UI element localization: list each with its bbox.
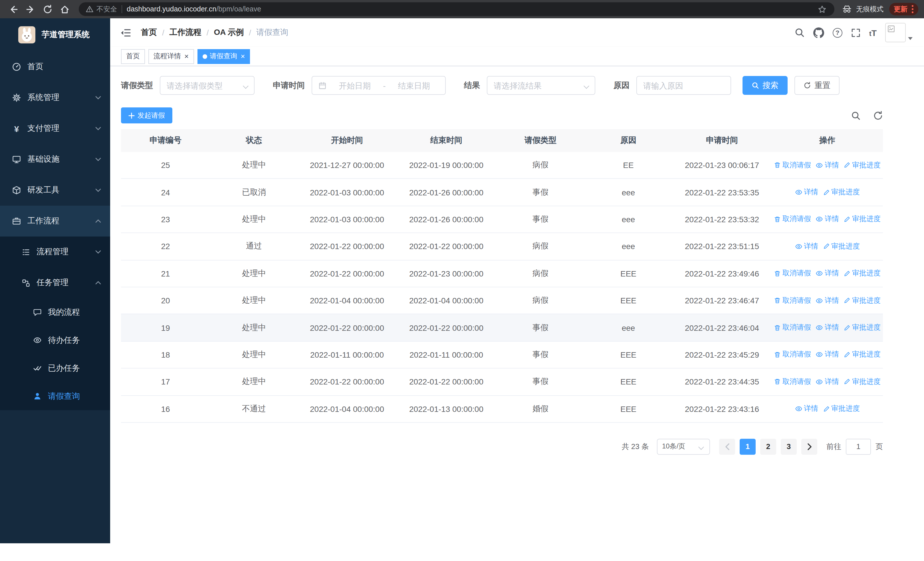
col-apply-id: 申请编号 [121,135,210,146]
cancel-leave-link[interactable]: 取消请假 [774,269,811,278]
back-button[interactable] [6,2,21,17]
refresh-table-button[interactable] [873,111,883,120]
page-button-3[interactable]: 3 [781,439,797,455]
home-button[interactable] [57,2,72,17]
approval-progress-link[interactable]: 审批进度 [843,323,880,332]
breadcrumb-workflow[interactable]: 工作流程 [170,27,201,38]
tab-home[interactable]: 首页 [121,49,145,64]
sidebar-item-leave-query[interactable]: 请假查询 [0,382,110,410]
tab-process-detail[interactable]: 流程详情 [148,49,194,64]
cancel-leave-link[interactable]: 取消请假 [774,296,811,305]
approval-progress-link[interactable]: 审批进度 [843,160,880,170]
page-button-1[interactable]: 1 [740,439,756,455]
sidebar: 芋道管理系统 首页 系统管理 ¥ 支付管理 基础设施 [0,18,110,543]
sidebar-item-done-tasks[interactable]: 已办任务 [0,354,110,382]
page-size-value[interactable] [662,443,696,451]
cell-status: 处理中 [210,214,298,224]
next-page-button[interactable] [801,439,817,455]
sidebar-item-devtools[interactable]: 研发工具 [0,175,110,206]
reset-button[interactable]: 重置 [795,76,840,95]
table-row: 16 不通过 2022-01-04 00:00:00 2022-01-13 00… [121,396,883,423]
browser-update-button[interactable]: 更新 [889,3,918,15]
font-size-button[interactable] [869,28,877,38]
approval-progress-link[interactable]: 审批进度 [823,404,860,414]
app-title: 芋道管理系统 [42,30,90,40]
approval-progress-link[interactable]: 审批进度 [843,377,880,387]
approval-progress-link[interactable]: 审批进度 [843,215,880,224]
approval-progress-link[interactable]: 审批进度 [823,242,860,251]
reason-field[interactable] [636,76,731,95]
result-select-input[interactable] [494,81,579,90]
detail-link[interactable]: 详情 [795,187,818,197]
help-button[interactable] [832,28,842,38]
header-search-button[interactable] [795,27,805,38]
app-logo[interactable]: 芋道管理系统 [0,18,110,51]
cell-start-time: 2022-01-03 00:00:00 [298,215,396,224]
fullscreen-button[interactable] [851,28,861,38]
breadcrumb-home[interactable]: 首页 [141,27,157,38]
tab-leave-query[interactable]: 请假查询 [197,49,250,64]
goto-page-input[interactable] [846,439,871,455]
sidebar-item-infrastructure[interactable]: 基础设施 [0,144,110,175]
sidebar-item-todo-tasks[interactable]: 待办任务 [0,326,110,354]
detail-link[interactable]: 详情 [816,269,839,278]
sidebar-item-process-management[interactable]: 流程管理 [0,236,110,267]
sidebar-item-my-process[interactable]: 我的流程 [0,298,110,326]
detail-link[interactable]: 详情 [816,296,839,305]
forward-button[interactable] [23,2,38,17]
search-button[interactable]: 搜索 [742,76,788,95]
result-select[interactable] [487,76,595,95]
tab-close-icon[interactable] [240,53,245,60]
create-leave-label: 发起请假 [138,111,165,120]
toggle-search-button[interactable] [851,111,861,120]
apply-time-range-picker[interactable]: - [312,76,446,95]
end-date-input[interactable] [389,81,439,90]
github-link[interactable] [813,27,824,38]
reason-input[interactable] [643,81,724,90]
col-operations: 操作 [772,135,883,146]
sidebar-item-label: 系统管理 [27,93,89,103]
sidebar-collapse-button[interactable] [120,28,131,38]
create-leave-button[interactable]: 发起请假 [121,107,172,123]
reload-button[interactable] [40,2,55,17]
page-button-2[interactable]: 2 [760,439,776,455]
cell-apply-id: 17 [121,378,210,387]
approval-progress-link[interactable]: 审批进度 [843,296,880,305]
security-status[interactable]: 不安全 [86,4,117,14]
detail-link[interactable]: 详情 [795,242,818,251]
address-bar[interactable]: 不安全 dashboard.yudao.iocoder.cn/bpm/oa/le… [79,2,834,16]
briefcase-icon [12,217,21,226]
bookmark-star-button[interactable] [816,3,828,15]
approval-progress-link[interactable]: 审批进度 [843,350,880,359]
sidebar-item-system[interactable]: 系统管理 [0,82,110,113]
tab-close-icon[interactable] [184,53,189,60]
detail-link[interactable]: 详情 [816,323,839,332]
detail-link[interactable]: 详情 [816,350,839,359]
cancel-leave-link[interactable]: 取消请假 [774,323,811,332]
nodes-icon [22,278,30,287]
leave-type-select-input[interactable] [166,81,238,90]
sidebar-item-payment[interactable]: ¥ 支付管理 [0,113,110,144]
prev-page-button[interactable] [719,439,735,455]
detail-link[interactable]: 详情 [816,160,839,170]
page-size-select[interactable] [657,439,710,455]
cancel-leave-link[interactable]: 取消请假 [774,160,811,170]
pen-icon [843,270,850,277]
approval-progress-link[interactable]: 审批进度 [823,187,860,197]
leave-type-select[interactable] [160,76,255,95]
approval-progress-link[interactable]: 审批进度 [843,269,880,278]
detail-link[interactable]: 详情 [816,377,839,387]
cancel-leave-link[interactable]: 取消请假 [774,350,811,359]
cancel-leave-link[interactable]: 取消请假 [774,215,811,224]
cancel-leave-link[interactable]: 取消请假 [774,377,811,387]
sidebar-item-workflow[interactable]: 工作流程 [0,206,110,236]
detail-link[interactable]: 详情 [795,404,818,414]
user-avatar-menu[interactable] [885,23,913,42]
breadcrumb-oa-example[interactable]: OA 示例 [214,27,244,38]
start-date-input[interactable] [330,81,380,90]
detail-link[interactable]: 详情 [816,215,839,224]
sidebar-item-task-management[interactable]: 任务管理 [0,267,110,298]
sidebar-item-home[interactable]: 首页 [0,51,110,82]
chevron-down-icon [243,83,249,89]
cell-apply-time: 2022-01-22 23:49:46 [672,269,772,278]
